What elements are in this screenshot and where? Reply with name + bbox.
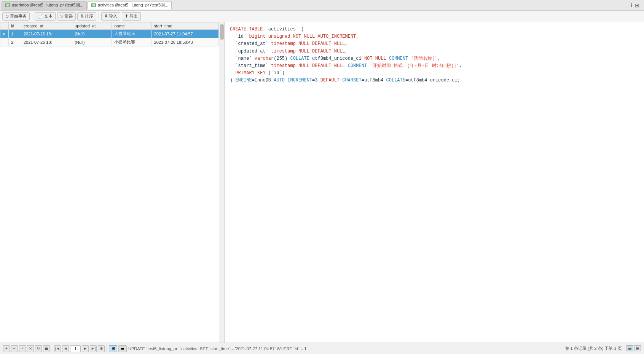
sql-line-2: `id` bigint unsigned NOT NULL AUTO_INCRE… bbox=[230, 33, 639, 40]
tab-icon-userinfos: ▦ bbox=[5, 3, 10, 7]
sql-line-1: CREATE TABLE `activities` ( bbox=[230, 26, 639, 33]
sort-label: 排序 bbox=[85, 13, 93, 19]
row-indicator-header bbox=[0, 22, 9, 30]
col-header-updated-at[interactable]: updated_at bbox=[72, 22, 112, 30]
cancel-button[interactable]: ✕ bbox=[27, 345, 34, 352]
filter-button[interactable]: ▽ 筛选 bbox=[57, 12, 76, 21]
top-right-icons: ℹ ⊞ bbox=[631, 2, 642, 8]
last-page-button[interactable]: ►| bbox=[90, 345, 97, 352]
import-label: 导入 bbox=[109, 13, 117, 19]
row-indicator: ► bbox=[0, 30, 9, 38]
right-panel[interactable]: CREATE TABLE `activities` ( `id` bigint … bbox=[225, 22, 644, 343]
export-label: 导出 bbox=[129, 13, 138, 19]
tab-userinfos-label: userinfos @test5_liutong_pr (test5测... bbox=[12, 2, 83, 8]
toolbar-separator-2 bbox=[99, 13, 99, 20]
data-table[interactable]: id created_at updated_at name start_time… bbox=[0, 22, 219, 343]
sql-status: UPDATE `test5_liutong_pr`.`activities` S… bbox=[128, 346, 564, 351]
text-icon: 📄 bbox=[38, 14, 43, 19]
bottom-separator-1 bbox=[52, 345, 52, 352]
row-indicator bbox=[0, 38, 9, 46]
text-label: 文本 bbox=[44, 13, 53, 19]
cell-name[interactable]: 小提琴比赛 bbox=[112, 38, 151, 46]
bottom-record-info: 第 1 条记录 (共 2 条) 于第 1 页 ☰ ⊞ bbox=[565, 346, 641, 351]
info-icon[interactable]: ℹ bbox=[631, 2, 633, 8]
tab-userinfos[interactable]: ▦ userinfos @test5_liutong_pr (test5测... bbox=[2, 1, 87, 10]
text-button[interactable]: 📄 文本 bbox=[35, 12, 56, 21]
sort-icon: ⇅ bbox=[80, 14, 84, 19]
page-input[interactable] bbox=[70, 345, 81, 352]
add-row-button[interactable]: + bbox=[3, 345, 10, 352]
vertical-scrollbar[interactable] bbox=[219, 22, 224, 343]
col-header-id[interactable]: id bbox=[8, 22, 21, 30]
table-row[interactable]: 22021-07-26 18:(Null)小提琴比赛2021-07-26 18:… bbox=[0, 38, 219, 46]
sql-line-5: `name` varchar(255) COLLATE utf8mb4_unic… bbox=[230, 55, 639, 62]
next-page-button[interactable]: ► bbox=[82, 345, 89, 352]
cell-updated_at[interactable]: (Null) bbox=[72, 30, 112, 38]
sort-button[interactable]: ⇅ 排序 bbox=[77, 12, 96, 21]
tab-activities-label: activities @test5_liutong_pr (test5测... bbox=[98, 2, 168, 8]
cell-created_at[interactable]: 2021-07-26 18: bbox=[21, 30, 72, 38]
cell-created_at[interactable]: 2021-07-26 18: bbox=[21, 38, 72, 46]
prev-page-button[interactable]: ◄ bbox=[62, 345, 69, 352]
layout-icon[interactable]: ⊞ bbox=[635, 2, 639, 8]
main-content: id created_at updated_at name start_time… bbox=[0, 22, 644, 343]
sql-line-4: `updated_at` timestamp NULL DEFAULT NULL… bbox=[230, 48, 639, 55]
cell-start_time[interactable]: 2021-07-26 18:58:43 bbox=[151, 38, 218, 46]
col-header-start-time[interactable]: start_time bbox=[151, 22, 218, 30]
settings-button[interactable]: ⚙ bbox=[98, 345, 105, 352]
left-panel: id created_at updated_at name start_time… bbox=[0, 22, 225, 343]
transaction-icon: ⊙ bbox=[5, 14, 9, 19]
cell-updated_at[interactable]: (Null) bbox=[72, 38, 112, 46]
bottom-view-icon-1[interactable]: ☰ bbox=[626, 345, 633, 351]
sql-line-6: `start_time` timestamp NULL DEFAULT NULL… bbox=[230, 62, 639, 70]
delete-row-button[interactable]: − bbox=[11, 345, 18, 352]
form-view-button[interactable]: ☰ bbox=[118, 345, 127, 352]
import-icon: ⬇ bbox=[104, 14, 108, 19]
confirm-button[interactable]: ✓ bbox=[19, 345, 26, 352]
cell-id[interactable]: 1 bbox=[8, 30, 21, 38]
col-header-created-at[interactable]: created_at bbox=[21, 22, 72, 30]
toolbar: ⊙ 开始事务 📄 文本 ▽ 筛选 ⇅ 排序 ⬇ 导入 ⬆ 导出 bbox=[0, 11, 644, 22]
sql-line-7: PRIMARY KEY (`id`) bbox=[230, 70, 639, 77]
bottom-view-icon-2[interactable]: ⊞ bbox=[634, 345, 641, 351]
sql-line-3: `created_at` timestamp NULL DEFAULT NULL… bbox=[230, 40, 639, 48]
transaction-button[interactable]: ⊙ 开始事务 bbox=[2, 12, 30, 21]
tab-bar: ▦ userinfos @test5_liutong_pr (test5测...… bbox=[0, 0, 644, 11]
grid-view-button[interactable]: ⊞ bbox=[109, 345, 117, 352]
bottom-left-controls: + − ✓ ✕ ↻ ◼ |◄ ◄ ► ►| ⚙ ⊞ ☰ bbox=[3, 345, 127, 352]
refresh-button[interactable]: ↻ bbox=[35, 345, 42, 352]
cell-name[interactable]: 大提琴欢乐 bbox=[112, 30, 151, 38]
export-button[interactable]: ⬆ 导出 bbox=[122, 12, 141, 21]
toolbar-separator-1 bbox=[32, 13, 32, 20]
record-info-text: 第 1 条记录 (共 2 条) 于第 1 页 bbox=[565, 346, 622, 351]
cell-id[interactable]: 2 bbox=[8, 38, 21, 46]
table-row[interactable]: ►12021-07-26 18:(Null)大提琴欢乐2021-07-27 11… bbox=[0, 30, 219, 38]
import-button[interactable]: ⬇ 导入 bbox=[101, 12, 120, 21]
scroll-thumb[interactable] bbox=[220, 24, 224, 40]
cell-start_time[interactable]: 2021-07-27 11:04:57 bbox=[151, 30, 218, 38]
first-page-button[interactable]: |◄ bbox=[54, 345, 61, 352]
col-header-name[interactable]: name bbox=[112, 22, 151, 30]
bottom-separator-2 bbox=[107, 345, 107, 352]
filter-icon: ▽ bbox=[60, 14, 63, 19]
tab-activities[interactable]: ▦ activities @test5_liutong_pr (test5测..… bbox=[88, 1, 172, 10]
sql-line-8: ) ENGINE=InnoDB AUTO_INCREMENT=3 DEFAULT… bbox=[230, 77, 639, 84]
table-header-row: id created_at updated_at name start_time bbox=[0, 22, 219, 30]
tab-icon-activities: ▦ bbox=[91, 3, 96, 7]
filter-label: 筛选 bbox=[64, 13, 73, 19]
table-scroll-container: id created_at updated_at name start_time… bbox=[0, 22, 224, 343]
export-icon: ⬆ bbox=[125, 14, 128, 19]
bottom-bar: + − ✓ ✕ ↻ ◼ |◄ ◄ ► ►| ⚙ ⊞ ☰ UPDATE `test… bbox=[0, 343, 644, 354]
stop-button[interactable]: ◼ bbox=[43, 345, 50, 352]
transaction-label: 开始事务 bbox=[10, 13, 27, 19]
